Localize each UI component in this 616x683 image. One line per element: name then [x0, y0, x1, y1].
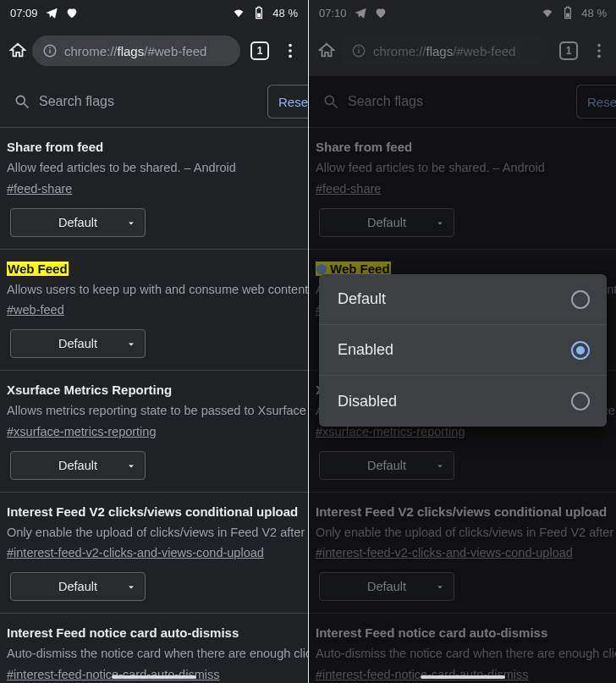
reset-all-button[interactable]: Rese: [267, 85, 308, 118]
svg-point-7: [16, 96, 25, 104]
status-battery: 48 %: [272, 7, 298, 19]
radio-icon: [571, 290, 590, 309]
flag-title: Interest Feed notice card auto-dismiss: [7, 625, 239, 640]
svg-line-17: [333, 104, 338, 108]
search-placeholder: Search flags: [39, 94, 114, 109]
svg-rect-11: [358, 50, 360, 54]
flag-description: Only enable the upload of clicks/views i…: [7, 525, 308, 542]
site-info-icon[interactable]: [42, 43, 58, 58]
flag-value-dropdown[interactable]: Default: [10, 208, 146, 237]
heart-icon: [65, 6, 79, 19]
gesture-nav-handle[interactable]: [112, 675, 196, 679]
flag-item: Interest Feed notice card auto-dismissAu…: [0, 614, 308, 683]
chevron-down-icon: [126, 581, 136, 592]
flag-item: Share from feedAllow feed articles to be…: [309, 128, 616, 250]
status-battery: 48 %: [581, 7, 607, 19]
popup-option[interactable]: Enabled: [319, 325, 607, 376]
flag-item: Xsurface Metrics ReportingAllows metrics…: [0, 371, 308, 493]
tab-switcher[interactable]: 1: [250, 41, 269, 60]
flag-description: Allow feed articles to be shared. – Andr…: [7, 160, 308, 177]
flag-description: Auto-dismiss the notice card when there …: [316, 646, 616, 663]
chevron-down-icon: [435, 218, 445, 228]
battery-icon: [252, 6, 266, 19]
tab-switcher[interactable]: 1: [559, 41, 578, 60]
svg-rect-0: [257, 14, 261, 18]
status-time: 07:10: [319, 7, 347, 19]
flag-value-dropdown[interactable]: Default: [319, 451, 454, 480]
svg-rect-9: [566, 14, 569, 18]
flag-anchor-link[interactable]: #xsurface-metrics-reporting: [316, 425, 465, 438]
flag-item: Interest Feed V2 clicks/views conditiona…: [0, 493, 308, 614]
flag-title: Interest Feed notice card auto-dismiss: [316, 625, 547, 640]
telegram-icon: [45, 6, 58, 19]
svg-point-5: [289, 49, 292, 52]
flag-description: Allows users to keep up with and consume…: [7, 282, 308, 299]
radio-icon: [571, 392, 590, 410]
popup-option[interactable]: Disabled: [319, 376, 607, 427]
pane-divider: [308, 0, 309, 683]
gesture-nav-handle[interactable]: [421, 675, 505, 679]
flag-anchor-link[interactable]: #interest-feed-notice-card-auto-dismiss: [7, 668, 219, 681]
overflow-menu-icon[interactable]: [279, 41, 301, 60]
flag-value-dropdown[interactable]: Default: [319, 572, 454, 601]
telegram-icon: [354, 6, 367, 19]
radio-icon: [571, 341, 590, 360]
home-button[interactable]: [317, 41, 336, 60]
flag-description: Auto-dismiss the notice card when there …: [7, 646, 308, 663]
flag-description: Allow feed articles to be shared. – Andr…: [316, 160, 616, 177]
flag-item: Interest Feed notice card auto-dismissAu…: [309, 614, 616, 683]
popup-option[interactable]: Default: [319, 274, 607, 325]
popup-option-label: Disabled: [338, 393, 397, 410]
omnibox[interactable]: chrome://flags/#web-feed: [32, 36, 240, 66]
flag-title: Share from feed: [316, 140, 412, 154]
flag-description: Allows metrics reporting state to be pas…: [7, 403, 308, 420]
flag-anchor-link[interactable]: #feed-share: [316, 182, 381, 196]
flag-anchor-link[interactable]: #interest-feed-v2-clicks-and-views-cond-…: [7, 546, 264, 559]
flag-value-dropdown[interactable]: Default: [10, 329, 146, 358]
chevron-down-icon: [126, 339, 136, 349]
flag-title: Interest Feed V2 clicks/views conditiona…: [316, 504, 607, 519]
flag-value-dropdown[interactable]: Default: [10, 572, 146, 601]
flag-value-popup: DefaultEnabledDisabled: [319, 274, 607, 427]
chrome-toolbar: chrome://flags/#web-feed 1: [0, 25, 308, 76]
flags-search-row: Search flags Rese: [0, 76, 308, 128]
svg-rect-3: [49, 47, 51, 49]
site-info-icon[interactable]: [351, 43, 366, 58]
flag-title: Web Feed: [7, 262, 69, 276]
flag-title: Interest Feed V2 clicks/views conditiona…: [7, 504, 298, 519]
status-time: 07:09: [10, 7, 38, 19]
wifi-icon: [232, 6, 245, 19]
search-icon: [322, 93, 339, 110]
flag-anchor-link[interactable]: #interest-feed-v2-clicks-and-views-cond-…: [316, 546, 573, 559]
chevron-down-icon: [126, 460, 136, 471]
svg-point-14: [597, 49, 601, 52]
flag-item: Web FeedAllows users to keep up with and…: [0, 250, 308, 372]
battery-icon: [561, 6, 575, 19]
svg-point-4: [289, 44, 292, 47]
svg-line-8: [25, 104, 29, 108]
overflow-menu-icon[interactable]: [588, 41, 610, 60]
flag-anchor-link[interactable]: #xsurface-metrics-reporting: [7, 425, 156, 438]
reset-all-button[interactable]: Rese: [576, 85, 616, 118]
flag-description: Only enable the upload of clicks/views i…: [316, 525, 616, 542]
wifi-icon: [541, 6, 554, 19]
flag-anchor-link[interactable]: #web-feed: [7, 303, 64, 317]
search-icon: [14, 93, 30, 110]
flag-value-dropdown[interactable]: Default: [10, 451, 146, 480]
flag-value-dropdown[interactable]: Default: [319, 208, 454, 237]
status-bar: 07:09 48 %: [0, 0, 308, 25]
screenshot-left: 07:09 48 % chrome://flags/#web-feed 1 Se…: [0, 0, 308, 683]
popup-option-label: Enabled: [338, 341, 393, 359]
flags-search-input[interactable]: Search flags: [317, 85, 573, 118]
flags-search-row: Search flags Rese: [309, 76, 616, 128]
flag-title: Xsurface Metrics Reporting: [7, 383, 172, 397]
flag-anchor-link[interactable]: #feed-share: [7, 182, 72, 196]
omnibox[interactable]: chrome://flags/#web-feed: [341, 36, 549, 66]
chevron-down-icon: [435, 581, 445, 592]
home-button[interactable]: [8, 41, 27, 60]
chevron-down-icon: [435, 460, 445, 471]
flags-search-input[interactable]: Search flags: [8, 85, 264, 118]
search-placeholder: Search flags: [348, 94, 423, 109]
omnibox-url: chrome://flags/#web-feed: [373, 44, 515, 58]
flag-anchor-link[interactable]: #interest-feed-notice-card-auto-dismiss: [316, 668, 528, 681]
